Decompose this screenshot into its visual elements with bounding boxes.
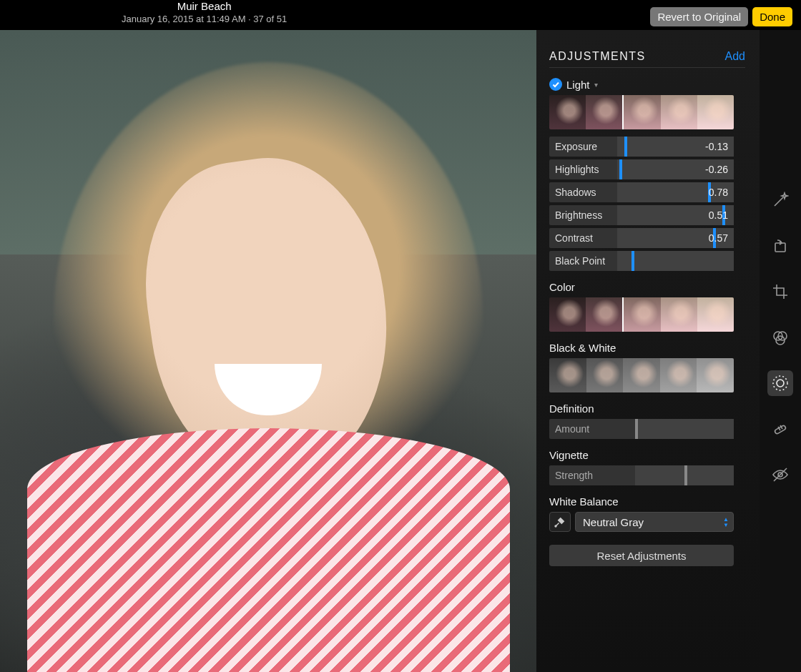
filters-tool[interactable] — [767, 325, 793, 350]
add-adjustment-button[interactable]: Add — [725, 50, 745, 63]
top-bar: Muir Beach January 16, 2015 at 11:49 AM … — [0, 0, 801, 30]
svg-point-0 — [555, 525, 556, 527]
revert-button[interactable]: Revert to Original — [650, 7, 748, 26]
checkmark-icon[interactable] — [549, 78, 562, 91]
eyedropper-button[interactable] — [549, 512, 571, 532]
stepper-icon: ▲▼ — [723, 517, 729, 528]
photo-placeholder — [0, 30, 536, 672]
slider-contrast[interactable]: Contrast0.57 — [549, 228, 734, 248]
light-label: Light — [566, 79, 590, 91]
definition-slider[interactable]: Amount — [549, 419, 734, 439]
slider-highlights[interactable]: Highlights-0.26 — [549, 159, 734, 179]
light-section-header[interactable]: Light ▾ — [549, 78, 752, 91]
light-thumbstrip[interactable] — [549, 95, 734, 129]
adjust-tool[interactable] — [767, 370, 793, 396]
bw-thumbstrip[interactable] — [549, 358, 734, 392]
rotate-tool[interactable] — [767, 233, 793, 259]
magic-wand-tool[interactable] — [767, 187, 793, 213]
panel-title: ADJUSTMENTS — [549, 50, 646, 63]
white-balance-select[interactable]: Neutral Gray ▲▼ — [575, 512, 734, 532]
tool-rail — [760, 30, 801, 672]
done-button[interactable]: Done — [752, 7, 792, 26]
slider-black-point[interactable]: Black Point — [549, 251, 734, 271]
photo-viewer[interactable] — [0, 30, 536, 672]
bw-label[interactable]: Black & White — [549, 342, 752, 354]
vignette-slider[interactable]: Strength — [549, 465, 734, 485]
chevron-down-icon: ▾ — [594, 81, 598, 89]
color-label[interactable]: Color — [549, 281, 752, 293]
photo-meta: January 16, 2015 at 11:49 AM · 37 of 51 — [122, 13, 287, 26]
slider-exposure[interactable]: Exposure-0.13 — [549, 137, 734, 157]
title-block: Muir Beach January 16, 2015 at 11:49 AM … — [122, 0, 287, 26]
adjustments-panel: ADJUSTMENTS Add Light ▾ Exposure-0.13Hig… — [536, 30, 760, 672]
retouch-tool[interactable] — [767, 416, 793, 442]
redeye-tool[interactable] — [767, 462, 793, 488]
slider-brightness[interactable]: Brightness0.51 — [549, 205, 734, 225]
svg-point-5 — [777, 380, 784, 387]
crop-tool[interactable] — [767, 279, 793, 305]
white-balance-label[interactable]: White Balance — [549, 495, 752, 508]
definition-label[interactable]: Definition — [549, 402, 752, 415]
slider-shadows[interactable]: Shadows0.78 — [549, 182, 734, 202]
reset-adjustments-button[interactable]: Reset Adjustments — [549, 545, 734, 566]
photo-title: Muir Beach — [122, 0, 287, 13]
color-thumbstrip[interactable] — [549, 297, 734, 332]
svg-point-6 — [773, 376, 787, 390]
vignette-label[interactable]: Vignette — [549, 449, 752, 461]
